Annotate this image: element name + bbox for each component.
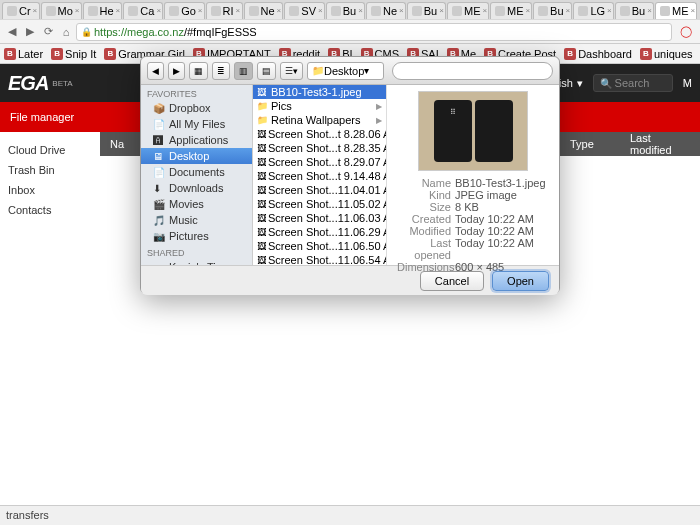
view-list-button[interactable]: ≣ <box>212 62 230 80</box>
sidebar-item[interactable]: 🖥Desktop <box>141 148 252 164</box>
preview-image <box>418 91 528 171</box>
mega-sidebar-item[interactable]: Cloud Drive <box>8 140 92 160</box>
location-popup[interactable]: 📁 Desktop ▾ <box>307 62 384 80</box>
bookmark-item[interactable]: BLater <box>4 48 43 60</box>
file-row[interactable]: 📁Retina Wallpapers▶ <box>253 113 386 127</box>
mega-sidebar-item[interactable]: Contacts <box>8 200 92 220</box>
browser-tab[interactable]: Mo× <box>41 2 82 19</box>
mega-sidebar-item[interactable]: Inbox <box>8 180 92 200</box>
folder-icon: ⬇ <box>153 183 165 193</box>
browser-tab[interactable]: ME× <box>655 2 697 19</box>
sidebar-item[interactable]: ⬇Downloads <box>141 180 252 196</box>
browser-tab-strip: Cr×Mo×He×Ca×Go×RI×Ne×SV×Bu×Ne×Bu×ME×ME×B… <box>0 0 700 20</box>
browser-tab[interactable]: LG× <box>573 2 613 19</box>
chevron-right-icon: ▶ <box>376 116 382 125</box>
view-icons-button[interactable]: ▦ <box>189 62 208 80</box>
folder-icon: 🎬 <box>153 199 165 209</box>
browser-tab[interactable]: Cr× <box>2 2 40 19</box>
file-row[interactable]: 🖼Screen Shot...11.06.50 AM <box>253 239 386 253</box>
shared-heading: SHARED <box>141 244 252 259</box>
browser-tab[interactable]: Bu× <box>533 2 572 19</box>
folder-icon: 📄 <box>153 119 165 129</box>
col-modified[interactable]: Last modified <box>620 132 700 156</box>
file-icon: 🖼 <box>257 87 269 97</box>
dialog-search-input[interactable] <box>392 62 553 80</box>
forward-button[interactable]: ▶ <box>22 24 38 40</box>
browser-tab[interactable]: Bu× <box>615 2 654 19</box>
file-manager-title: File manager <box>10 111 74 123</box>
browser-tab[interactable]: Ne× <box>244 2 284 19</box>
nav-fwd-button[interactable]: ▶ <box>168 62 185 80</box>
mega-logo: EGA <box>8 72 48 95</box>
file-row[interactable]: 🖼Screen Shot...11.06.29 AM <box>253 225 386 239</box>
file-row[interactable]: 📁Pics▶ <box>253 99 386 113</box>
mega-sidebar: Cloud DriveTrash BinInboxContacts <box>0 132 100 512</box>
meta-row: CreatedToday 10:22 AM <box>393 213 553 225</box>
home-button[interactable]: ⌂ <box>58 24 74 40</box>
bookmark-item[interactable]: BDashboard <box>564 48 632 60</box>
sidebar-item[interactable]: 💾Kevin's Time Capsule <box>141 259 252 265</box>
sidebar-item[interactable]: 🎵Music <box>141 212 252 228</box>
transfers-label[interactable]: transfers <box>6 509 49 521</box>
cancel-button[interactable]: Cancel <box>420 271 484 291</box>
file-row[interactable]: 🖼Screen Shot...t 9.14.48 AM <box>253 169 386 183</box>
sidebar-item[interactable]: 📷Pictures <box>141 228 252 244</box>
browser-address-bar: ◀ ▶ ⟳ ⌂ 🔒 https:// mega.co.nz /#fmqIFgES… <box>0 20 700 44</box>
browser-tab[interactable]: Ne× <box>366 2 406 19</box>
view-columns-button[interactable]: ▥ <box>234 62 253 80</box>
opera-icon[interactable]: ◯ <box>678 24 694 40</box>
mega-sidebar-item[interactable]: Trash Bin <box>8 160 92 180</box>
mega-search-input[interactable]: 🔍 Search <box>593 74 673 92</box>
browser-tab[interactable]: He× <box>83 2 123 19</box>
file-row[interactable]: 🖼Screen Shot...11.05.02 AM <box>253 197 386 211</box>
back-button[interactable]: ◀ <box>4 24 20 40</box>
browser-tab[interactable]: RI× <box>206 2 243 19</box>
sidebar-item[interactable]: 🅰Applications <box>141 132 252 148</box>
browser-tab[interactable]: SV× <box>284 2 324 19</box>
browser-tab[interactable]: Go× <box>164 2 204 19</box>
dialog-sidebar: FAVORITES 📦Dropbox📄All My Files🅰Applicat… <box>141 85 253 265</box>
file-icon: 🖼 <box>257 227 266 237</box>
file-row[interactable]: 🖼Screen Shot...t 8.28.35 AM <box>253 141 386 155</box>
file-icon: 🖼 <box>257 241 266 251</box>
file-open-dialog: ◀ ▶ ▦ ≣ ▥ ▤ ☰▾ 📁 Desktop ▾ FAVORITES 📦Dr… <box>140 56 560 294</box>
url-field[interactable]: 🔒 https:// mega.co.nz /#fmqIFgESSS <box>76 23 672 41</box>
file-icon: 🖼 <box>257 185 266 195</box>
arrange-button[interactable]: ☰▾ <box>280 62 303 80</box>
file-icon: 🖼 <box>257 199 266 209</box>
file-row[interactable]: 🖼Screen Shot...11.04.01 AM <box>253 183 386 197</box>
file-row[interactable]: 🖼BB10-Test3-1.jpeg <box>253 85 386 99</box>
account-menu[interactable]: M <box>683 77 692 89</box>
col-type[interactable]: Type <box>560 138 620 150</box>
browser-tab[interactable]: Ca× <box>123 2 163 19</box>
file-row[interactable]: 🖼Screen Shot...11.06.54 AM <box>253 253 386 265</box>
view-cover-button[interactable]: ▤ <box>257 62 276 80</box>
browser-tab[interactable]: ME× <box>447 2 489 19</box>
phone-iphone-icon <box>475 100 513 162</box>
chevron-right-icon: ▶ <box>376 102 382 111</box>
file-row[interactable]: 🖼Screen Shot...t 8.28.06 AM <box>253 127 386 141</box>
nav-back-button[interactable]: ◀ <box>147 62 164 80</box>
beta-badge: BETA <box>52 79 72 88</box>
open-button[interactable]: Open <box>492 271 549 291</box>
dialog-body: FAVORITES 📦Dropbox📄All My Files🅰Applicat… <box>141 85 559 265</box>
sidebar-item[interactable]: 🎬Movies <box>141 196 252 212</box>
reload-button[interactable]: ⟳ <box>40 24 56 40</box>
sidebar-item[interactable]: 📦Dropbox <box>141 100 252 116</box>
folder-icon: 🅰 <box>153 135 165 145</box>
folder-icon: 📄 <box>153 167 165 177</box>
browser-tab[interactable]: Bu× <box>407 2 446 19</box>
meta-row: Last openedToday 10:22 AM <box>393 237 553 261</box>
chevron-down-icon: ▾ <box>577 77 583 90</box>
browser-tab[interactable]: ME× <box>490 2 532 19</box>
browser-tab[interactable]: Bu× <box>326 2 365 19</box>
sidebar-item[interactable]: 📄All My Files <box>141 116 252 132</box>
file-row[interactable]: 🖼Screen Shot...t 8.29.07 AM <box>253 155 386 169</box>
sidebar-item[interactable]: 📄Documents <box>141 164 252 180</box>
file-icon: 🖼 <box>257 255 266 265</box>
favorites-heading: FAVORITES <box>141 85 252 100</box>
file-row[interactable]: 🖼Screen Shot...11.06.03 AM <box>253 211 386 225</box>
url-host: mega.co.nz <box>127 26 184 38</box>
bookmark-item[interactable]: Buniques <box>640 48 693 60</box>
bookmark-item[interactable]: BSnip It <box>51 48 96 60</box>
